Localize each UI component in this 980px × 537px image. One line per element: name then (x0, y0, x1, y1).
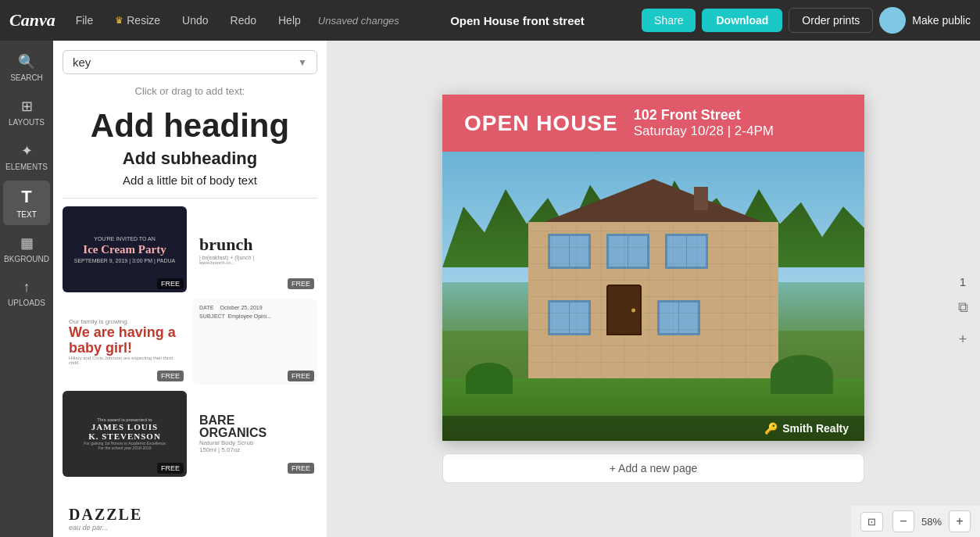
header-address: 102 Front Street (634, 107, 774, 124)
doc-title[interactable]: Open House front street (450, 14, 585, 27)
add-page-button[interactable]: + Add a new page (442, 453, 864, 483)
uploads-icon: ↑ (23, 279, 30, 295)
free-badge-award: FREE (157, 463, 184, 474)
sidebar-label-elements: ELEMENTS (5, 163, 48, 171)
sidebar-item-uploads[interactable]: ↑ UPLOADS (3, 273, 50, 313)
brunch-url: www.brunch.co... (199, 260, 235, 265)
copy-page-icon[interactable]: ⧉ (953, 295, 973, 320)
nav-redo[interactable]: Redo (223, 9, 264, 31)
email-subject-label: SUBJECT (199, 313, 225, 319)
header-date: Saturday 10/28 | 2-4PM (634, 124, 774, 139)
make-public-button[interactable]: Make public (912, 14, 971, 27)
sidebar-label-uploads: UPLOADS (8, 299, 45, 307)
right-panel: 1 ⧉ + (946, 41, 980, 537)
free-badge-bare: FREE (288, 463, 314, 474)
avatar[interactable] (879, 7, 906, 34)
sidebar-item-background[interactable]: ▦ BKGROUND (3, 228, 50, 270)
canvas-header-info: 102 Front Street Saturday 10/28 | 2-4PM (634, 107, 774, 139)
sidebar-item-text[interactable]: T TEXT (3, 181, 50, 225)
chevron-down-icon: ▼ (298, 57, 307, 68)
add-page-icon[interactable]: + (954, 327, 972, 353)
stone-texture (528, 222, 778, 378)
canvas-area: OPEN HOUSE 102 Front Street Saturday 10/… (327, 41, 980, 537)
dazzle-title: DAZZLE (69, 506, 142, 524)
sidebar-label-search: SEARCH (10, 73, 43, 82)
ice-cream-sub: SEPTEMBER 9, 2019 | 3:00 PM | PADUA (74, 258, 176, 263)
template-baby[interactable]: Our family is growing. We are having a b… (63, 299, 187, 385)
sidebar-item-search[interactable]: 🔍 SEARCH (3, 47, 50, 88)
canvas-wrapper: OPEN HOUSE 102 Front Street Saturday 10/… (442, 95, 864, 483)
elements-icon: ✦ (21, 142, 33, 159)
navbar: Canva File ♛ Resize Undo Redo Help Unsav… (0, 0, 980, 41)
search-input[interactable] (73, 55, 298, 69)
add-body-button[interactable]: Add a little bit of body text (63, 174, 317, 187)
template-brunch[interactable]: brunch | br(eakfast) + (l)unch | www.bru… (193, 206, 317, 292)
brunch-sub: | br(eakfast) + (l)unch | (199, 255, 254, 260)
templates-grid: YOU'RE INVITED TO AN Ice Cream Party SEP… (63, 206, 317, 537)
footer-company-name: Smith Realty (782, 422, 849, 435)
award-name: JAMES LOUISK. STEVENSON (88, 422, 161, 441)
template-award[interactable]: This award is presented to JAMES LOUISK.… (63, 391, 187, 477)
order-prints-button[interactable]: Order prints (789, 8, 873, 33)
zoom-out-button[interactable]: − (892, 510, 914, 532)
canvas-footer: 🔑 Smith Realty (442, 416, 864, 441)
brunch-title: brunch (199, 234, 252, 255)
nav-resize[interactable]: ♛ Resize (107, 9, 168, 31)
free-badge-baby: FREE (157, 371, 184, 381)
dazzle-sub: eau de par... (69, 524, 108, 532)
unsaved-status: Unsaved changes (318, 15, 399, 27)
add-heading-button[interactable]: Add heading (63, 108, 317, 144)
text-panel: ▼ Click or drag to add text: Add heading… (53, 41, 327, 537)
baby-names: Hillary and Chris Johnson are expecting … (69, 356, 181, 365)
template-dazzle[interactable]: DAZZLE eau de par... FREE (63, 483, 187, 537)
sidebar-item-elements[interactable]: ✦ ELEMENTS (3, 136, 50, 177)
key-icon: 🔑 (764, 422, 778, 435)
zoom-in-button[interactable]: + (949, 510, 971, 532)
sidebar: 🔍 SEARCH ⊞ LAYOUTS ✦ ELEMENTS T TEXT ▦ B… (0, 41, 53, 537)
main-walls (528, 222, 778, 378)
nav-undo[interactable]: Undo (174, 9, 216, 31)
free-badge: FREE (157, 278, 184, 289)
bush-right (771, 355, 833, 394)
nav-file[interactable]: File (68, 9, 102, 31)
email-subject-value: Employee Opini... (228, 313, 271, 319)
template-email[interactable]: DATE October 25, 2019 SUBJECT Employee O… (193, 299, 317, 385)
canvas-image: 🔑 Smith Realty (442, 152, 864, 441)
free-badge-brunch: FREE (288, 278, 314, 289)
navbar-right: Share Download Order prints Make public (642, 7, 971, 34)
award-body: For gaining 1st Honors in Academic Excel… (84, 441, 166, 450)
zoom-bar: ⊡ − 58% + (851, 506, 980, 537)
page-number: 1 (960, 275, 966, 288)
nav-help[interactable]: Help (270, 9, 309, 31)
roof (544, 179, 763, 222)
bush-left (466, 363, 513, 394)
download-button[interactable]: Download (702, 9, 782, 32)
search-box: ▼ (63, 50, 317, 74)
sidebar-label-layouts: LAYOUTS (9, 118, 45, 127)
canva-logo[interactable]: Canva (9, 10, 55, 30)
door-knob (631, 308, 635, 312)
open-house-text: OPEN HOUSE (464, 111, 618, 136)
house-building (528, 179, 778, 378)
template-bare[interactable]: BAREORGANICS Natural Body Scrub150ml | 5… (193, 391, 317, 477)
present-button[interactable]: ⊡ (860, 512, 883, 532)
crown-icon: ♛ (115, 15, 123, 26)
canvas-header: OPEN HOUSE 102 Front Street Saturday 10/… (442, 95, 864, 152)
template-ice-cream[interactable]: YOU'RE INVITED TO AN Ice Cream Party SEP… (63, 206, 187, 292)
baby-title: We are having a baby girl! (69, 325, 181, 356)
text-icon: T (21, 187, 31, 207)
layouts-icon: ⊞ (21, 98, 33, 115)
sidebar-label-background: BKGROUND (4, 255, 49, 263)
free-badge-email: FREE (288, 371, 314, 381)
hint-text: Click or drag to add text: (63, 85, 317, 97)
add-subheading-button[interactable]: Add subheading (63, 149, 317, 169)
design-canvas[interactable]: OPEN HOUSE 102 Front Street Saturday 10/… (442, 95, 864, 441)
sidebar-item-layouts[interactable]: ⊞ LAYOUTS (3, 91, 50, 133)
background-icon: ▦ (20, 234, 34, 252)
ice-cream-top: YOU'RE INVITED TO AN (94, 236, 155, 242)
chimney (694, 187, 708, 210)
share-button[interactable]: Share (642, 9, 696, 32)
panel-divider (63, 198, 317, 199)
bare-sub: Natural Body Scrub150ml | 5.07oz (199, 439, 311, 453)
door (606, 285, 642, 335)
